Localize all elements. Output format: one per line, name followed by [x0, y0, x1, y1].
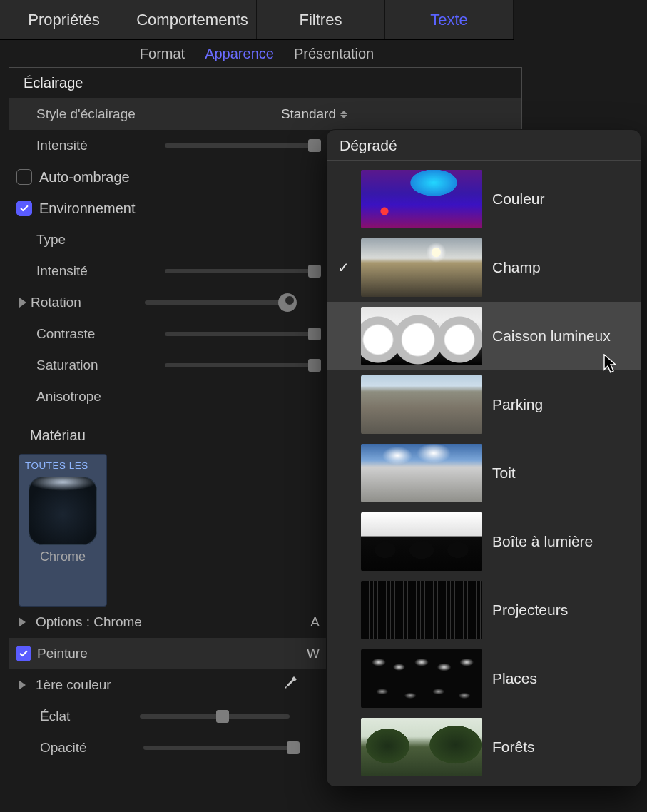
env-type-label: Type [36, 232, 165, 248]
env-label: Caisson lumineux [492, 328, 611, 345]
env-option-projecteurs[interactable]: Projecteurs [327, 576, 641, 644]
environment-type-popover: Dégradé Couleur ✓ Champ Caisson lumineux… [327, 130, 641, 786]
eyedropper-icon[interactable] [281, 675, 298, 696]
env-rotation-slider[interactable] [145, 300, 295, 305]
lighting-style-value: Standard [281, 106, 336, 122]
inspector-tabs: Propriétés Comportements Filtres Texte [0, 0, 514, 40]
env-label: Parking [492, 396, 543, 413]
opacity-slider[interactable] [143, 746, 293, 750]
popover-title: Dégradé [327, 130, 641, 161]
disclosure-icon[interactable] [19, 680, 26, 690]
shine-label: Éclat [40, 709, 70, 724]
env-label: Projecteurs [492, 602, 568, 619]
env-label: Boîte à lumière [492, 533, 593, 550]
env-intensity-label: Intensité [36, 263, 165, 279]
checkmark-icon: ✓ [335, 259, 351, 276]
auto-shadow-checkbox[interactable] [16, 169, 32, 185]
env-label: Champ [492, 259, 541, 276]
lighting-header: Éclairage [9, 68, 521, 98]
tab-properties[interactable]: Propriétés [0, 0, 128, 39]
text-subtabs: Format Apparence Présentation [0, 40, 514, 67]
env-label: Toit [492, 465, 516, 482]
material-well-tab: TOUTES LES [24, 459, 102, 477]
env-thumb-champ [361, 238, 482, 297]
lighting-style-popup[interactable]: Standard [281, 106, 511, 122]
env-option-toit[interactable]: Toit [327, 439, 641, 507]
env-contrast-slider[interactable] [165, 332, 315, 336]
subtab-layout[interactable]: Présentation [294, 46, 374, 62]
tab-filters[interactable]: Filtres [257, 0, 385, 39]
disclosure-icon[interactable] [19, 298, 26, 308]
environment-label: Environnement [39, 201, 136, 217]
env-saturation-label: Saturation [36, 357, 165, 373]
tab-behaviors[interactable]: Comportements [128, 0, 257, 39]
env-option-boite[interactable]: Boîte à lumière [327, 507, 641, 576]
env-rotation-label: Rotation [31, 295, 145, 310]
material-name: Chrome [24, 549, 102, 564]
lighting-intensity-label: Intensité [36, 138, 165, 153]
env-label: Places [492, 670, 537, 687]
env-option-forets[interactable]: Forêts [327, 713, 641, 781]
env-thumb-forets [361, 718, 482, 776]
env-thumb-caisson [361, 307, 482, 365]
lighting-style-label: Style d'éclairage [36, 106, 165, 122]
chevron-updown-icon [340, 111, 347, 118]
env-option-champ[interactable]: ✓ Champ [327, 233, 641, 302]
material-thumbnail[interactable] [29, 477, 97, 545]
paint-label: Peinture [37, 646, 88, 661]
first-color-label: 1ère couleur [36, 677, 111, 693]
env-option-couleur[interactable]: Couleur [327, 165, 641, 233]
tab-text[interactable]: Texte [385, 0, 514, 39]
env-thumb-couleur [361, 170, 482, 228]
env-thumb-places [361, 649, 482, 708]
env-thumb-parking [361, 375, 482, 434]
env-option-caisson[interactable]: Caisson lumineux [327, 302, 641, 370]
env-label: Forêts [492, 739, 535, 756]
popover-list: Couleur ✓ Champ Caisson lumineux Parking… [327, 161, 641, 781]
env-label: Couleur [492, 191, 545, 208]
paint-checkbox[interactable] [16, 646, 31, 661]
shine-slider[interactable] [140, 714, 290, 719]
opacity-label: Opacité [40, 740, 86, 756]
auto-shadow-label: Auto-ombrage [39, 169, 130, 186]
subtab-format[interactable]: Format [140, 46, 185, 62]
env-intensity-slider[interactable] [165, 269, 315, 273]
subtab-appearance[interactable]: Apparence [205, 46, 274, 62]
lighting-style-row: Style d'éclairage Standard [9, 98, 521, 130]
env-thumb-projecteurs [361, 581, 482, 639]
lighting-intensity-slider[interactable] [165, 143, 315, 148]
environment-checkbox[interactable] [16, 201, 32, 216]
disclosure-icon[interactable] [19, 617, 26, 627]
env-thumb-toit [361, 444, 482, 502]
material-options-label: Options : Chrome [36, 614, 142, 630]
env-option-places[interactable]: Places [327, 644, 641, 713]
env-contrast-label: Contraste [36, 326, 165, 342]
env-thumb-boite [361, 512, 482, 571]
env-option-parking[interactable]: Parking [327, 370, 641, 439]
env-saturation-slider[interactable] [165, 363, 315, 367]
env-anisotropic-label: Anisotrope [36, 389, 165, 405]
material-well[interactable]: TOUTES LES Chrome [19, 454, 107, 607]
